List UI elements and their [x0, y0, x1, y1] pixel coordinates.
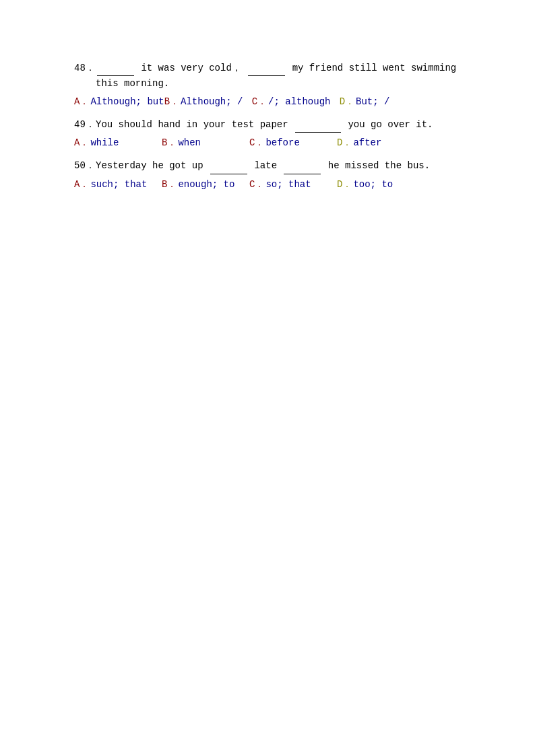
- q50-option-d: D． too; to: [337, 178, 424, 191]
- q48-text-c: /; although: [268, 96, 330, 107]
- q50-label-a: A．: [74, 178, 89, 191]
- question-49-line: 49． You should hand in your test paper y…: [74, 117, 461, 133]
- q49-text-a: while: [90, 137, 119, 148]
- q49-option-a: A． while: [74, 137, 162, 149]
- question-48: 48． it was very cold， my friend still we…: [74, 61, 461, 108]
- q48-option-d: D． But; /: [340, 96, 427, 108]
- q50-text-d: too; to: [353, 179, 393, 190]
- q48-text: it was very cold， my friend still went s…: [96, 61, 461, 92]
- q49-option-d: D． after: [337, 137, 424, 149]
- q50-blank2: [284, 158, 321, 174]
- q49-blank1: [295, 117, 341, 133]
- q49-text-c: before: [265, 137, 299, 148]
- q48-blank1: [97, 61, 134, 76]
- q50-number: 50．: [74, 158, 96, 173]
- q50-text-c: so; that: [265, 179, 311, 190]
- question-50-line: 50． Yesterday he got up late he missed t…: [74, 158, 461, 174]
- q48-label-c: C．: [252, 96, 267, 108]
- q49-label-b: B．: [162, 137, 177, 149]
- q50-option-c: C． so; that: [249, 178, 337, 191]
- q50-label-c: C．: [249, 178, 264, 191]
- q49-label-c: C．: [249, 137, 264, 149]
- q48-option-a: A． Although; but: [74, 96, 164, 108]
- q50-text-a: such; that: [90, 179, 147, 190]
- q48-text-a: Although; but: [90, 96, 164, 107]
- q49-options: A． while B． when C． before D． after: [74, 137, 461, 149]
- q49-label-a: A．: [74, 137, 89, 149]
- q48-number: 48．: [74, 61, 96, 75]
- q50-options: A． such; that B． enough; to C． so; that …: [74, 178, 461, 191]
- q49-number: 49．: [74, 117, 96, 132]
- q48-label-b: B．: [164, 96, 179, 108]
- q48-label-d: D．: [340, 96, 354, 108]
- q48-text-b: Although; /: [181, 96, 243, 107]
- q50-label-d: D．: [337, 178, 352, 191]
- q48-option-c: C． /; although: [252, 96, 340, 108]
- question-48-line: 48． it was very cold， my friend still we…: [74, 61, 461, 92]
- q49-text: You should hand in your test paper you g…: [96, 117, 461, 133]
- q49-label-d: D．: [337, 137, 352, 149]
- q48-option-b: B． Although; /: [164, 96, 252, 108]
- q48-label-a: A．: [74, 96, 89, 108]
- q49-text-d: after: [353, 137, 381, 148]
- q50-blank1: [210, 158, 247, 174]
- q49-option-c: C． before: [249, 137, 337, 149]
- question-49: 49． You should hand in your test paper y…: [74, 117, 461, 149]
- q50-option-a: A． such; that: [74, 178, 162, 191]
- question-50: 50． Yesterday he got up late he missed t…: [74, 158, 461, 190]
- q48-blank2: [248, 61, 285, 76]
- q50-option-b: B． enough; to: [162, 178, 249, 191]
- q48-options: A． Although; but B． Although; / C． /; al…: [74, 96, 461, 108]
- q48-text-d: But; /: [356, 96, 389, 107]
- q49-option-b: B． when: [162, 137, 249, 149]
- page-content: 48． it was very cold， my friend still we…: [0, 0, 535, 240]
- q49-text-b: when: [178, 137, 201, 148]
- q50-text-b: enough; to: [178, 179, 234, 190]
- q50-text: Yesterday he got up late he missed the b…: [96, 158, 461, 174]
- q50-label-b: B．: [162, 178, 177, 191]
